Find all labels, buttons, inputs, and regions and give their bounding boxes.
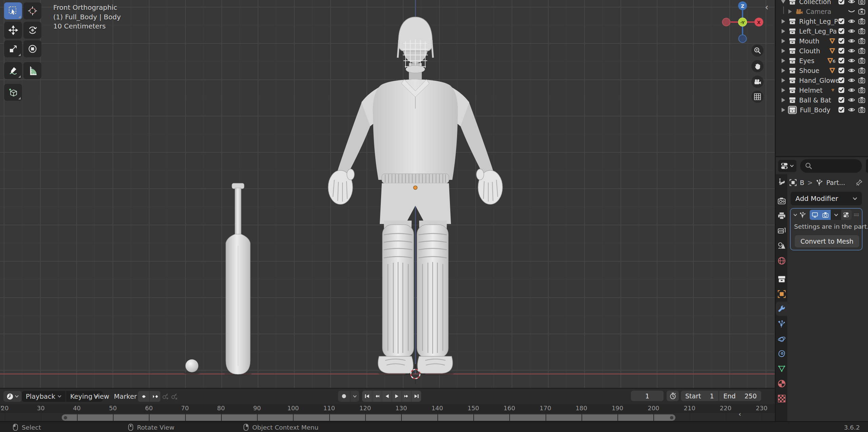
jump-to-end-button[interactable] [411, 391, 421, 402]
eye-icon[interactable] [848, 87, 855, 93]
particle-modifier-panel[interactable]: Settings are in the part... Convert to M… [790, 208, 863, 250]
outliner-row-eyes[interactable]: Eyes 6 [776, 56, 868, 65]
viewport-zoom-button[interactable] [751, 44, 764, 57]
tab-tool[interactable] [776, 175, 787, 189]
eye-icon[interactable] [848, 28, 855, 34]
camera-restrict-icon[interactable] [858, 38, 865, 44]
checkbox-icon[interactable] [838, 77, 845, 83]
prev-keyframe-button[interactable] [372, 391, 382, 402]
frame-end-field[interactable]: End 250 [718, 391, 761, 401]
gizmo-axis-x-neg[interactable] [723, 18, 730, 26]
checkbox-icon[interactable] [838, 97, 845, 103]
pin-icon[interactable] [856, 179, 863, 186]
tool-move[interactable] [4, 22, 22, 39]
delete-keyframe-icon[interactable] [171, 393, 178, 400]
tab-modifiers[interactable] [776, 302, 787, 316]
next-keyframe-button[interactable] [401, 391, 411, 402]
camera-restrict-icon[interactable] [858, 48, 865, 54]
gizmo-axis-z-neg[interactable] [739, 35, 747, 43]
tool-select-box[interactable] [4, 2, 22, 19]
checkbox-icon[interactable] [838, 28, 845, 34]
breadcrumb-object-name[interactable]: B [800, 179, 804, 186]
navigation-gizmo[interactable]: Z X -Y [722, 1, 766, 44]
tab-object[interactable] [776, 287, 787, 301]
tab-object-data[interactable] [776, 361, 787, 376]
use-preview-range-button[interactable] [667, 391, 679, 401]
display-realtime-toggle[interactable] [810, 210, 820, 220]
camera-restrict-icon[interactable] [858, 57, 865, 64]
outliner-row-camera[interactable]: Camera [776, 6, 868, 16]
tab-view-layer[interactable] [776, 224, 787, 238]
outliner-row-left-leg[interactable]: Left_Leg_Pa [776, 26, 868, 36]
outliner-row-full-body[interactable]: Full_Body [776, 105, 868, 115]
viewport-grid-ortho-button[interactable] [751, 91, 764, 103]
checkbox-icon[interactable] [838, 38, 845, 44]
sidebar-collapse-arrow[interactable]: ‹ [765, 3, 768, 12]
viewport-camera-view-button[interactable] [751, 76, 764, 88]
eye-icon[interactable] [848, 107, 855, 113]
eye-icon[interactable] [848, 77, 855, 83]
cricket-ball[interactable] [184, 359, 200, 375]
eye-closed-icon[interactable] [848, 8, 855, 15]
jump-prev-keyframe-button[interactable] [138, 391, 149, 402]
gizmo-axis-x[interactable]: X [754, 18, 763, 26]
menu-view[interactable]: View [94, 391, 109, 402]
filter-options-button[interactable] [866, 159, 868, 173]
viewport-3d[interactable]: Front Orthographic (1) Full_Body | Body … [0, 0, 775, 388]
jump-to-start-button[interactable] [362, 391, 372, 402]
timeline-scrollbar-thumb[interactable] [62, 414, 675, 421]
tab-world[interactable] [776, 253, 787, 268]
camera-restrict-icon[interactable] [858, 97, 865, 103]
checkbox-icon[interactable] [838, 57, 845, 64]
current-frame-field[interactable]: 1 [631, 391, 664, 401]
camera-restrict-icon[interactable] [858, 77, 865, 83]
eye-icon[interactable] [848, 67, 855, 74]
play-button[interactable] [392, 391, 401, 402]
gizmo-axis-z[interactable]: Z [738, 1, 747, 10]
timeline-collapse-arrow[interactable]: ‹ [738, 410, 741, 418]
outliner-row-clouth[interactable]: Clouth [776, 46, 868, 56]
outliner-row-mouth[interactable]: Mouth [776, 36, 868, 46]
tool-annotate[interactable] [4, 62, 22, 79]
object-icon[interactable] [789, 179, 797, 186]
outliner-row-shoue[interactable]: Shoue [776, 65, 868, 75]
tool-rotate[interactable] [23, 22, 41, 39]
camera-disabled-icon[interactable] [858, 8, 865, 15]
checkbox-icon[interactable] [838, 107, 845, 113]
checkbox-icon[interactable] [838, 18, 845, 24]
camera-restrict-icon[interactable] [858, 107, 865, 113]
tab-collection[interactable] [776, 272, 787, 286]
viewport-pan-hand-button[interactable] [751, 60, 764, 72]
convert-to-mesh-button[interactable]: Convert to Mesh [795, 235, 859, 247]
eye-icon[interactable] [848, 48, 855, 54]
eye-icon[interactable] [848, 0, 855, 5]
checkbox-icon[interactable] [838, 87, 845, 93]
tab-render[interactable] [776, 194, 787, 208]
tab-scene[interactable] [776, 239, 787, 253]
outliner-row-collection[interactable]: Collection [776, 0, 868, 6]
tab-particles[interactable] [776, 317, 787, 331]
add-modifier-dropdown[interactable]: Add Modifier [791, 192, 862, 205]
outliner-row-helmet[interactable]: Helmet [776, 85, 868, 95]
gizmo-axis-y-front[interactable]: -Y [738, 18, 747, 26]
editor-type-button[interactable] [778, 160, 796, 172]
camera-restrict-icon[interactable] [858, 87, 865, 93]
frame-start-field[interactable]: Start 1 [681, 391, 718, 401]
timeline-ruler[interactable]: 2030405060708090100110120130140150160170… [0, 404, 775, 413]
outliner-row-right-leg[interactable]: Right_Leg_P [776, 16, 868, 26]
timeline-editor-type-button[interactable] [3, 391, 22, 402]
cricket-bat[interactable] [224, 183, 252, 376]
tool-cursor[interactable] [23, 2, 41, 19]
tab-material[interactable] [776, 376, 787, 391]
checkbox-icon[interactable] [838, 48, 845, 54]
menu-marker[interactable]: Marker [114, 391, 137, 402]
breadcrumb-data-name[interactable]: Part... [826, 179, 845, 186]
camera-restrict-icon[interactable] [858, 67, 865, 74]
menu-playback[interactable]: Playback [22, 393, 65, 400]
checkbox-icon[interactable] [838, 0, 845, 5]
eye-icon[interactable] [848, 18, 855, 24]
jump-next-keyframe-button[interactable] [149, 391, 160, 402]
panel-collapse-chevron-icon[interactable] [793, 213, 797, 217]
properties-search-input[interactable] [800, 159, 862, 173]
insert-keyframe-icon[interactable] [162, 393, 169, 400]
